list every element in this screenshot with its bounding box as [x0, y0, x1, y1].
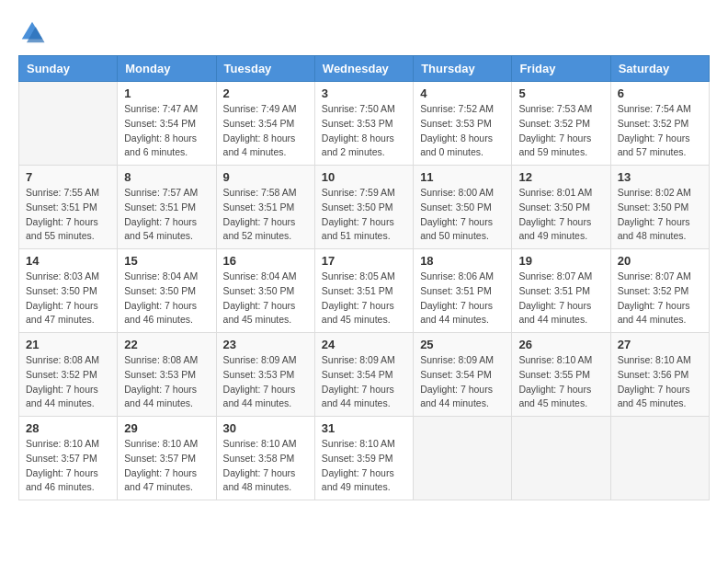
day-info: Sunrise: 7:47 AMSunset: 3:54 PMDaylight:… [124, 102, 209, 160]
calendar-cell: 13 Sunrise: 8:02 AMSunset: 3:50 PMDaylig… [610, 166, 709, 249]
day-info: Sunrise: 8:08 AMSunset: 3:53 PMDaylight:… [124, 353, 209, 411]
calendar-cell: 26 Sunrise: 8:10 AMSunset: 3:55 PMDaylig… [512, 333, 610, 417]
day-number: 3 [322, 86, 406, 100]
calendar-cell: 12 Sunrise: 8:01 AMSunset: 3:50 PMDaylig… [512, 166, 610, 249]
day-number: 2 [223, 86, 308, 100]
day-info: Sunrise: 7:50 AMSunset: 3:53 PMDaylight:… [322, 102, 406, 160]
calendar-week-row: 21 Sunrise: 8:08 AMSunset: 3:52 PMDaylig… [19, 333, 710, 417]
calendar-cell: 8 Sunrise: 7:57 AMSunset: 3:51 PMDayligh… [118, 166, 216, 249]
calendar-cell [512, 417, 610, 500]
calendar-cell: 24 Sunrise: 8:09 AMSunset: 3:54 PMDaylig… [314, 333, 413, 417]
calendar-cell [414, 417, 512, 500]
calendar-cell: 20 Sunrise: 8:07 AMSunset: 3:52 PMDaylig… [610, 249, 709, 333]
calendar-week-row: 7 Sunrise: 7:55 AMSunset: 3:51 PMDayligh… [19, 166, 710, 249]
logo [18, 18, 50, 46]
day-number: 17 [322, 254, 406, 268]
calendar-cell: 16 Sunrise: 8:04 AMSunset: 3:50 PMDaylig… [216, 249, 314, 333]
calendar-cell: 3 Sunrise: 7:50 AMSunset: 3:53 PMDayligh… [314, 82, 413, 166]
logo-icon [18, 18, 46, 46]
day-number: 21 [26, 338, 110, 351]
day-number: 19 [518, 254, 603, 268]
day-number: 8 [124, 170, 209, 184]
day-number: 10 [322, 170, 406, 184]
calendar-week-row: 1 Sunrise: 7:47 AMSunset: 3:54 PMDayligh… [19, 82, 710, 166]
day-number: 24 [322, 338, 406, 351]
day-number: 27 [618, 338, 702, 351]
day-info: Sunrise: 7:55 AMSunset: 3:51 PMDaylight:… [26, 186, 110, 244]
day-info: Sunrise: 8:09 AMSunset: 3:54 PMDaylight:… [322, 353, 406, 411]
day-info: Sunrise: 7:57 AMSunset: 3:51 PMDaylight:… [124, 186, 209, 244]
day-info: Sunrise: 7:53 AMSunset: 3:52 PMDaylight:… [518, 102, 603, 160]
calendar-cell: 6 Sunrise: 7:54 AMSunset: 3:52 PMDayligh… [610, 82, 709, 166]
day-info: Sunrise: 8:08 AMSunset: 3:52 PMDaylight:… [26, 353, 110, 411]
calendar-cell: 22 Sunrise: 8:08 AMSunset: 3:53 PMDaylig… [118, 333, 216, 417]
calendar-cell: 15 Sunrise: 8:04 AMSunset: 3:50 PMDaylig… [118, 249, 216, 333]
day-info: Sunrise: 8:02 AMSunset: 3:50 PMDaylight:… [618, 186, 702, 244]
day-number: 31 [322, 421, 406, 435]
day-number: 1 [124, 86, 209, 100]
calendar-cell: 11 Sunrise: 8:00 AMSunset: 3:50 PMDaylig… [414, 166, 512, 249]
calendar-header-thursday: Thursday [414, 56, 512, 82]
day-number: 20 [618, 254, 702, 268]
day-info: Sunrise: 8:07 AMSunset: 3:52 PMDaylight:… [618, 270, 702, 327]
day-info: Sunrise: 8:01 AMSunset: 3:50 PMDaylight:… [518, 186, 603, 244]
day-number: 26 [518, 338, 603, 351]
day-info: Sunrise: 8:04 AMSunset: 3:50 PMDaylight:… [223, 270, 308, 327]
calendar-cell: 30 Sunrise: 8:10 AMSunset: 3:58 PMDaylig… [216, 417, 314, 500]
calendar-header-saturday: Saturday [610, 56, 709, 82]
day-info: Sunrise: 7:52 AMSunset: 3:53 PMDaylight:… [420, 102, 505, 160]
day-info: Sunrise: 8:05 AMSunset: 3:51 PMDaylight:… [322, 270, 406, 327]
day-info: Sunrise: 7:58 AMSunset: 3:51 PMDaylight:… [223, 186, 308, 244]
day-info: Sunrise: 8:10 AMSunset: 3:56 PMDaylight:… [618, 353, 702, 411]
day-info: Sunrise: 8:09 AMSunset: 3:53 PMDaylight:… [223, 353, 308, 411]
calendar-cell: 21 Sunrise: 8:08 AMSunset: 3:52 PMDaylig… [19, 333, 118, 417]
calendar-cell: 25 Sunrise: 8:09 AMSunset: 3:54 PMDaylig… [414, 333, 512, 417]
day-number: 25 [420, 338, 505, 351]
calendar-cell: 10 Sunrise: 7:59 AMSunset: 3:50 PMDaylig… [314, 166, 413, 249]
page-header [18, 18, 710, 46]
day-number: 23 [223, 338, 308, 351]
calendar-header-row: SundayMondayTuesdayWednesdayThursdayFrid… [19, 56, 710, 82]
day-number: 4 [420, 86, 505, 100]
day-info: Sunrise: 8:06 AMSunset: 3:51 PMDaylight:… [420, 270, 505, 327]
calendar-header-sunday: Sunday [19, 56, 118, 82]
calendar-cell: 2 Sunrise: 7:49 AMSunset: 3:54 PMDayligh… [216, 82, 314, 166]
calendar-header-friday: Friday [512, 56, 610, 82]
day-info: Sunrise: 8:10 AMSunset: 3:58 PMDaylight:… [223, 437, 308, 495]
day-info: Sunrise: 8:07 AMSunset: 3:51 PMDaylight:… [518, 270, 603, 327]
day-number: 9 [223, 170, 308, 184]
day-info: Sunrise: 7:49 AMSunset: 3:54 PMDaylight:… [223, 102, 308, 160]
calendar-cell: 5 Sunrise: 7:53 AMSunset: 3:52 PMDayligh… [512, 82, 610, 166]
calendar-cell: 14 Sunrise: 8:03 AMSunset: 3:50 PMDaylig… [19, 249, 118, 333]
day-number: 22 [124, 338, 209, 351]
day-number: 15 [124, 254, 209, 268]
calendar-cell: 9 Sunrise: 7:58 AMSunset: 3:51 PMDayligh… [216, 166, 314, 249]
calendar-table: SundayMondayTuesdayWednesdayThursdayFrid… [18, 55, 710, 500]
day-number: 6 [618, 86, 702, 100]
day-info: Sunrise: 8:00 AMSunset: 3:50 PMDaylight:… [420, 186, 505, 244]
calendar-cell: 29 Sunrise: 8:10 AMSunset: 3:57 PMDaylig… [118, 417, 216, 500]
calendar-cell: 18 Sunrise: 8:06 AMSunset: 3:51 PMDaylig… [414, 249, 512, 333]
calendar-cell [19, 82, 118, 166]
day-info: Sunrise: 8:10 AMSunset: 3:57 PMDaylight:… [124, 437, 209, 495]
day-number: 11 [420, 170, 505, 184]
day-info: Sunrise: 8:10 AMSunset: 3:59 PMDaylight:… [322, 437, 406, 495]
day-info: Sunrise: 7:54 AMSunset: 3:52 PMDaylight:… [618, 102, 702, 160]
day-number: 14 [26, 254, 110, 268]
day-info: Sunrise: 7:59 AMSunset: 3:50 PMDaylight:… [322, 186, 406, 244]
day-number: 18 [420, 254, 505, 268]
day-number: 28 [26, 421, 110, 435]
day-number: 13 [618, 170, 702, 184]
calendar-cell: 1 Sunrise: 7:47 AMSunset: 3:54 PMDayligh… [118, 82, 216, 166]
day-number: 29 [124, 421, 209, 435]
day-number: 7 [26, 170, 110, 184]
day-info: Sunrise: 8:04 AMSunset: 3:50 PMDaylight:… [124, 270, 209, 327]
day-info: Sunrise: 8:09 AMSunset: 3:54 PMDaylight:… [420, 353, 505, 411]
day-number: 30 [223, 421, 308, 435]
calendar-header-monday: Monday [118, 56, 216, 82]
day-info: Sunrise: 8:10 AMSunset: 3:57 PMDaylight:… [26, 437, 110, 495]
calendar-cell: 31 Sunrise: 8:10 AMSunset: 3:59 PMDaylig… [314, 417, 413, 500]
day-number: 5 [518, 86, 603, 100]
day-number: 12 [518, 170, 603, 184]
calendar-cell: 23 Sunrise: 8:09 AMSunset: 3:53 PMDaylig… [216, 333, 314, 417]
